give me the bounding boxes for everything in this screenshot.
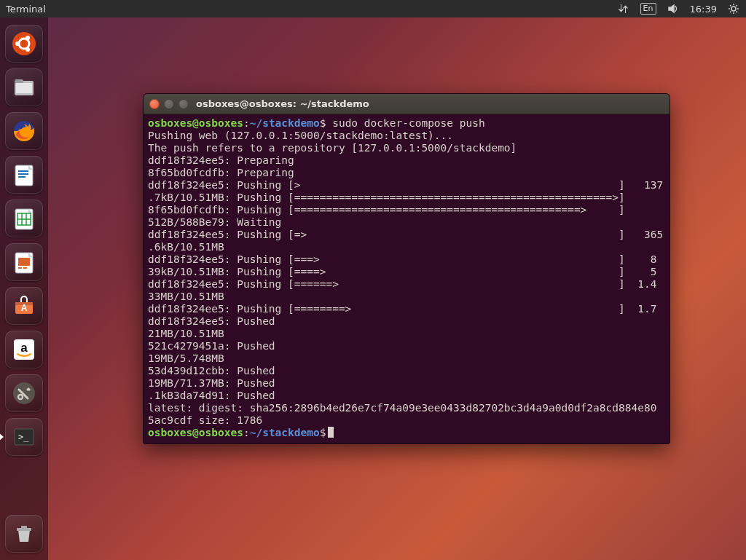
launcher-system-settings[interactable]	[5, 374, 43, 412]
active-app-title: Terminal	[6, 4, 46, 15]
terminal-line: 512B/588Be79: Waiting	[148, 216, 665, 229]
prompt-user-host: osboxes@osboxes	[148, 427, 243, 438]
terminal-line: ddf18f324ee5: Pushing [> ] 137	[148, 179, 665, 192]
terminal-window: osboxes@osboxes: ~/stackdemo osboxes@osb…	[143, 93, 670, 444]
terminal-line: 19MB/5.748MB	[148, 352, 665, 365]
terminal-line: 8f65bd0fcdfb: Pushing [=================…	[148, 204, 665, 216]
command-text: sudo docker-compose push	[326, 117, 484, 129]
terminal-line: 53d439d12cbb: Pushed	[148, 365, 665, 377]
launcher-ubuntu-software[interactable]: A	[5, 287, 43, 325]
maximize-icon[interactable]	[178, 99, 189, 109]
sound-icon[interactable]	[667, 2, 680, 15]
svg-text:A: A	[21, 303, 28, 313]
launcher: Aa>_	[0, 17, 48, 560]
launcher-terminal[interactable]: >_	[5, 418, 43, 456]
svg-rect-19	[18, 170, 28, 172]
terminal-line: ddf18f324ee5: Preparing	[148, 154, 665, 167]
svg-text:>_: >_	[18, 432, 29, 442]
launcher-libreoffice-calc[interactable]	[5, 200, 43, 237]
svg-point-12	[25, 36, 30, 40]
prompt-user-host: osboxes@osboxes	[148, 117, 243, 129]
top-panel: Terminal En 16:39	[0, 0, 746, 17]
terminal-line: 5ac9cdf size: 1786	[148, 414, 665, 427]
system-tray: En 16:39	[617, 2, 740, 15]
clock[interactable]: 16:39	[690, 4, 717, 15]
svg-rect-28	[18, 258, 30, 266]
terminal-line: 8f65bd0fcdfb: Preparing	[148, 167, 665, 179]
svg-rect-30	[23, 267, 27, 269]
terminal-line: .1kB3da74d91: Pushed	[148, 390, 665, 402]
svg-line-6	[737, 12, 738, 13]
terminal-line: .7kB/10.51MB: Pushing [=================…	[148, 192, 665, 204]
launcher-libreoffice-impress[interactable]	[5, 243, 43, 281]
svg-rect-16	[16, 83, 32, 93]
svg-line-5	[730, 5, 731, 7]
terminal-line: osboxes@osboxes:~/stackdemo$ sudo docker…	[148, 117, 665, 130]
terminal-line: latest: digest: sha256:2896b4ed26e7cf74a…	[148, 402, 665, 414]
terminal-line: 39kB/10.51MB: Pushing [====> ] 5	[148, 266, 665, 278]
gear-icon[interactable]	[727, 2, 740, 15]
launcher-files-nautilus[interactable]	[5, 68, 43, 106]
terminal-line: 33MB/10.51MB	[148, 291, 665, 303]
terminal-line: ddf18f324ee5: Pushing [===> ] 8	[148, 253, 665, 266]
terminal-line: ddf18f324ee5: Pushing [========> ] 1.7	[148, 303, 665, 315]
prompt-path: ~/stackdemo	[250, 117, 320, 129]
terminal-body[interactable]: osboxes@osboxes:~/stackdemo$ sudo docker…	[144, 114, 670, 444]
network-icon[interactable]	[617, 2, 630, 15]
cursor	[328, 427, 334, 438]
window-titlebar[interactable]: osboxes@osboxes: ~/stackdemo	[144, 94, 670, 114]
terminal-line: osboxes@osboxes:~/stackdemo$	[148, 427, 665, 439]
svg-rect-29	[18, 267, 22, 269]
terminal-line: ddf18f324ee5: Pushing [=> ] 365	[148, 229, 665, 241]
svg-rect-21	[18, 176, 25, 178]
terminal-line: 21MB/10.51MB	[148, 328, 665, 340]
svg-line-7	[730, 12, 731, 13]
close-icon[interactable]	[149, 99, 160, 109]
svg-text:a: a	[20, 341, 28, 355]
svg-point-11	[15, 42, 20, 46]
terminal-line: 521c4279451a: Pushed	[148, 340, 665, 352]
terminal-line: 19MB/71.37MB: Pushed	[148, 377, 665, 390]
terminal-line: The push refers to a repository [127.0.0…	[148, 142, 665, 154]
launcher-libreoffice-writer[interactable]	[5, 156, 43, 194]
svg-point-0	[731, 7, 736, 11]
svg-rect-41	[21, 526, 27, 529]
launcher-firefox[interactable]	[5, 112, 43, 150]
svg-rect-20	[18, 173, 28, 175]
terminal-line: .6kB/10.51MB	[148, 241, 665, 253]
launcher-amazon[interactable]: a	[5, 331, 43, 368]
minimize-icon[interactable]	[164, 99, 174, 109]
launcher-trash[interactable]	[5, 515, 43, 553]
terminal-line: Pushing web (127.0.0.1:5000/stackdemo:la…	[148, 130, 665, 142]
keyboard-lang-indicator[interactable]: En	[640, 3, 656, 15]
terminal-line: ddf18f324ee5: Pushing [======> ] 1.4	[148, 278, 665, 291]
prompt-path: ~/stackdemo	[250, 427, 320, 438]
launcher-ubuntu-dash[interactable]	[5, 25, 43, 63]
svg-point-13	[25, 47, 30, 52]
terminal-line: ddf18f324ee5: Pushed	[148, 315, 665, 328]
svg-line-8	[737, 5, 738, 7]
window-title: osboxes@osboxes: ~/stackdemo	[196, 98, 369, 109]
